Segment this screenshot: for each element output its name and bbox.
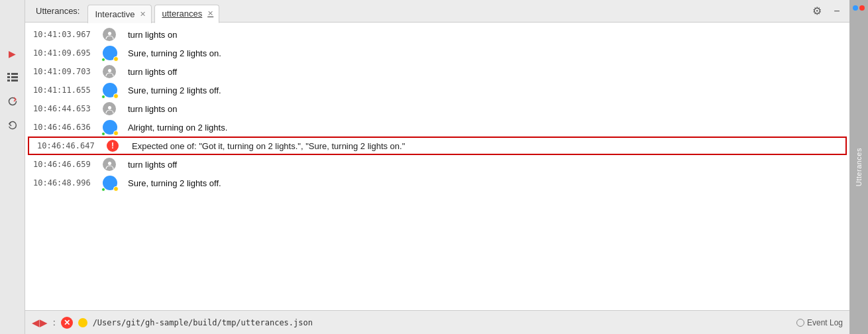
tab-utterances[interactable]: utterances ✕: [154, 5, 219, 23]
bot-avatar: [103, 83, 117, 97]
avatar: !: [107, 140, 125, 152]
table-row: 10:41:03.967 turn lights on: [25, 25, 849, 44]
avatar: [103, 28, 121, 41]
tab-bar-actions: ⚙ −: [810, 4, 849, 19]
svg-point-7: [108, 69, 111, 72]
tab-utterances-close[interactable]: ✕: [207, 10, 213, 17]
avatar: [103, 83, 121, 97]
svg-rect-3: [11, 76, 18, 78]
right-sidebar[interactable]: Utterances: [849, 0, 868, 334]
user-avatar: [103, 158, 116, 171]
utterance-text: turn lights on: [128, 30, 841, 40]
gear-icon[interactable]: ⚙: [810, 4, 824, 19]
svg-point-9: [108, 162, 111, 165]
utterance-text: turn lights off: [128, 160, 841, 170]
event-log-label: Event Log: [807, 318, 843, 327]
tab-bar-label: Utterances:: [30, 6, 85, 16]
dot-red: [859, 5, 865, 11]
avatar: [103, 65, 121, 78]
avatar: [103, 176, 121, 190]
radio-icon: [796, 319, 804, 327]
bot-avatar: [103, 46, 117, 60]
table-row: 10:46:46.636 Alright, turning on 2 light…: [25, 118, 849, 137]
tab-bar: Utterances: Interactive ✕ utterances ✕ ⚙…: [25, 0, 849, 23]
table-row: 10:46:44.653 turn lights on: [25, 99, 849, 118]
timestamp: 10:46:48.996: [33, 178, 96, 188]
refresh-icon[interactable]: [5, 94, 20, 109]
svg-rect-0: [7, 73, 10, 75]
utterance-text: Sure, turning 2 lights on.: [128, 48, 841, 58]
event-log-area: Event Log: [796, 318, 843, 327]
utterance-text: turn lights on: [128, 104, 841, 114]
play-icon[interactable]: ▶: [5, 46, 20, 61]
bottom-colon: :: [53, 317, 56, 327]
svg-rect-2: [7, 76, 10, 78]
utterance-text: Sure, turning 2 lights off.: [128, 85, 841, 95]
bottom-error-icon[interactable]: ✕: [61, 317, 73, 329]
avatar: [103, 120, 121, 135]
utterance-text: Sure, turning 2 lights off.: [128, 178, 841, 188]
timestamp: 10:46:46.659: [33, 160, 96, 169]
utterances-list: 10:41:03.967 turn lights on 10:41:09.695…: [25, 23, 849, 310]
bottom-dot-yellow: [78, 318, 87, 327]
main-area: Utterances: Interactive ✕ utterances ✕ ⚙…: [25, 0, 849, 334]
utterance-text: Expected one of: "Got it, turning on 2 l…: [132, 141, 838, 151]
bot-avatar: [103, 176, 117, 190]
table-row: 10:46:48.996 Sure, turning 2 lights off.: [25, 174, 849, 192]
timestamp: 10:41:09.695: [33, 48, 96, 58]
tab-interactive-label: Interactive: [95, 9, 135, 19]
timestamp: 10:41:03.967: [33, 30, 96, 39]
svg-rect-4: [7, 80, 10, 82]
minimize-icon[interactable]: −: [830, 4, 844, 19]
timestamp: 10:46:46.647: [37, 141, 100, 150]
file-path: /Users/git/gh-sample/build/tmp/utterance…: [93, 318, 313, 327]
table-row: 10:41:09.703 turn lights off: [25, 62, 849, 81]
table-row: 10:41:09.695 Sure, turning 2 lights on.: [25, 44, 849, 62]
avatar: [103, 158, 121, 171]
bot-avatar: [103, 120, 117, 135]
sidebar-dots: [853, 5, 865, 11]
bottom-play-button[interactable]: ◀▶: [32, 317, 48, 329]
svg-point-8: [108, 106, 111, 109]
timestamp: 10:41:09.703: [33, 67, 96, 76]
sidebar-label: Utterances: [855, 148, 863, 186]
table-row: 10:41:11.655 Sure, turning 2 lights off.: [25, 81, 849, 99]
tab-utterances-label: utterances: [162, 9, 202, 19]
tab-interactive-close[interactable]: ✕: [140, 11, 146, 18]
timestamp: 10:46:46.636: [33, 123, 96, 132]
error-row: 10:46:46.647 ! Expected one of: "Got it,…: [28, 137, 847, 155]
utterance-text: Alright, turning on 2 lights.: [128, 123, 841, 133]
svg-rect-1: [11, 73, 18, 75]
user-avatar: [103, 102, 116, 115]
dot-blue: [853, 5, 858, 11]
avatar: [103, 46, 121, 60]
timestamp: 10:46:44.653: [33, 104, 96, 113]
svg-point-6: [108, 32, 111, 35]
user-avatar: [103, 65, 116, 78]
list-icon[interactable]: [5, 70, 20, 85]
undo-icon[interactable]: [5, 118, 20, 133]
left-sidebar: ▶: [0, 0, 25, 334]
table-row: 10:46:46.659 turn lights off: [25, 155, 849, 174]
tab-interactive[interactable]: Interactive ✕: [87, 5, 152, 23]
error-icon: !: [107, 140, 119, 152]
utterance-text: turn lights off: [128, 67, 841, 77]
avatar: [103, 102, 121, 115]
svg-rect-5: [11, 80, 18, 82]
bottom-bar: ◀▶ : ✕ /Users/git/gh-sample/build/tmp/ut…: [25, 310, 849, 334]
timestamp: 10:41:11.655: [33, 85, 96, 95]
user-avatar: [103, 28, 116, 41]
